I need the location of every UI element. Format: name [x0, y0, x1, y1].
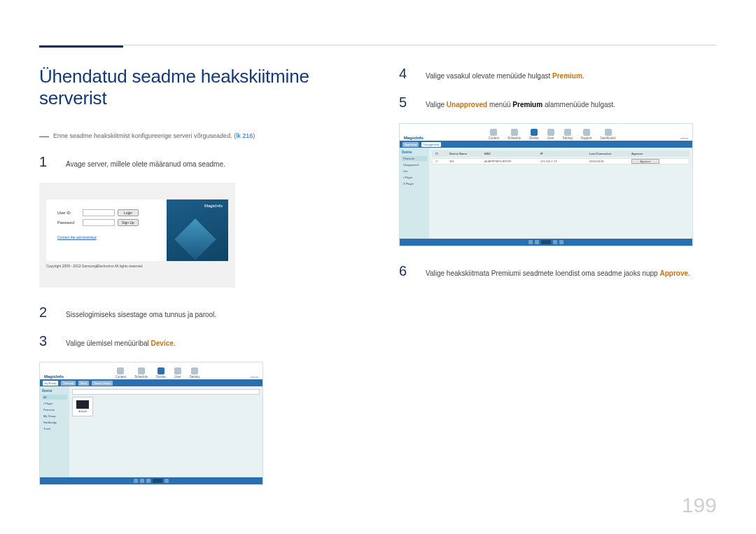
- screenshot-device-grid: MagicInfo Content Schedule Device User S…: [39, 362, 263, 485]
- sidebar-item[interactable]: S Player: [402, 181, 427, 186]
- tab-device[interactable]: Device: [156, 367, 166, 379]
- page-link[interactable]: lk 216: [236, 132, 253, 139]
- step-number: 5: [399, 94, 413, 111]
- sidebar-item[interactable]: All: [42, 395, 67, 400]
- step-3: 3 Valige ülemisel menüüribal Device.: [39, 333, 357, 349]
- step-text: Valige ülemisel menüüribal Device.: [66, 334, 176, 349]
- subtab-setup[interactable]: Device Setup: [92, 381, 113, 386]
- step-text: Valige Unapproved menüü Premium alammenü…: [426, 95, 615, 110]
- tab-user[interactable]: User: [547, 129, 554, 140]
- subtab-group[interactable]: by Group: [43, 381, 58, 386]
- content-area: default: [69, 386, 262, 477]
- contact-admin-link[interactable]: Contact the administrator: [57, 235, 97, 239]
- tab-support[interactable]: Support: [581, 129, 592, 140]
- step-1: 1 Avage server, millele olete määranud o…: [39, 154, 357, 170]
- sub-toolbar: by Group Thermal Error Device Setup: [40, 379, 262, 386]
- password-input[interactable]: [83, 219, 115, 226]
- current-user: admin: [251, 375, 258, 379]
- step-text: Valige vasakul olevate menüüde hulgast P…: [426, 66, 584, 81]
- pager: [400, 239, 692, 246]
- sidebar: Device Premium Unapproved Lite i Player …: [400, 148, 429, 239]
- step-number: 2: [39, 304, 53, 321]
- sidebar-item[interactable]: i Player: [402, 175, 427, 180]
- sidebar-heading: Device: [42, 389, 67, 393]
- left-column: Ühendatud seadme heakskiitmine serverist…: [39, 66, 357, 502]
- subtab-unapproved[interactable]: Unapproved: [421, 142, 441, 147]
- step-number: 3: [39, 333, 53, 349]
- table-header-row: ☐ Device Name MAC IP Last Connection App…: [432, 150, 690, 157]
- step-6: 6 Valige heakskiitmata Premiumi seadmete…: [399, 263, 717, 279]
- device-tile[interactable]: default: [72, 397, 93, 416]
- content-toolbar: [72, 389, 260, 395]
- tab-user[interactable]: User: [174, 367, 181, 379]
- cell-mac: ALMPFP3IPVJROVO: [484, 160, 533, 163]
- page-number: 199: [682, 493, 717, 517]
- checkbox[interactable]: ☐: [435, 160, 442, 163]
- sidebar-item-premium[interactable]: Premium: [402, 156, 427, 161]
- sub-toolbar: Approved Unapproved: [400, 141, 692, 148]
- pager: [40, 477, 262, 484]
- sidebar: Device All i Player Premium My Group Not…: [40, 386, 69, 477]
- page-title: Ühendatud seadme heakskiitmine serverist: [39, 66, 357, 109]
- step-number: 6: [399, 263, 413, 279]
- step-number: 1: [39, 154, 53, 170]
- pager-btn[interactable]: [535, 240, 539, 244]
- cell-ip: 221.156.1.74: [540, 160, 582, 163]
- tab-content[interactable]: Content: [115, 367, 126, 379]
- sidebar-heading: Device: [402, 150, 427, 154]
- step-2: 2 Sisselogimiseks sisestage oma tunnus j…: [39, 304, 357, 321]
- sidebar-item[interactable]: Premium: [42, 407, 67, 412]
- approve-button[interactable]: Approve: [631, 159, 659, 164]
- userid-label: User ID: [57, 211, 80, 215]
- app-brand: MagicInfo: [44, 374, 64, 379]
- current-user: admin: [680, 136, 688, 140]
- pager-btn[interactable]: [153, 479, 162, 483]
- sidebar-item[interactable]: My Group: [42, 414, 67, 419]
- login-button[interactable]: Login: [118, 209, 139, 216]
- sidebar-item[interactable]: Trash: [42, 426, 67, 431]
- config-note: —Enne seadme heakskiitmist konfigureerig…: [39, 130, 357, 141]
- tab-content[interactable]: Content: [489, 129, 500, 140]
- tab-device[interactable]: Device: [529, 129, 539, 140]
- tab-dashboard[interactable]: Dashboard: [601, 129, 616, 140]
- pager-btn[interactable]: [559, 240, 564, 244]
- dash-icon: —: [39, 130, 49, 141]
- signup-button[interactable]: Sign Up: [118, 219, 139, 226]
- tab-setting[interactable]: Setting: [190, 367, 200, 379]
- brand-logo: MagicInfo: [204, 204, 223, 208]
- step-text: Avage server, millele olete määranud oma…: [66, 155, 225, 169]
- content-area: ☐ Device Name MAC IP Last Connection App…: [429, 148, 692, 239]
- tab-setting[interactable]: Setting: [563, 129, 573, 140]
- pager-btn[interactable]: [146, 479, 150, 483]
- tab-schedule[interactable]: Schedule: [134, 367, 148, 379]
- copyright-text: Copyright 2009 - 2012 SamsungElectronics…: [46, 264, 228, 268]
- subtab[interactable]: Approved: [402, 142, 419, 147]
- pager-btn[interactable]: [134, 479, 138, 483]
- pager-btn[interactable]: [140, 479, 144, 483]
- tab-schedule[interactable]: Schedule: [507, 129, 521, 140]
- step-5: 5 Valige Unapproved menüü Premium alamme…: [399, 94, 717, 111]
- password-label: Password: [57, 220, 80, 225]
- cell-ts: 2013-03-10: [589, 160, 624, 163]
- sidebar-item[interactable]: Unapproved: [402, 162, 427, 167]
- step-text: Valige heakskiitmata Premiumi seadmete l…: [426, 264, 690, 279]
- pager-btn[interactable]: [553, 240, 557, 244]
- screenshot-unapproved-list: MagicInfo Content Schedule Device User S…: [399, 123, 693, 246]
- table-row[interactable]: ☐ 101 ALMPFP3IPVJROVO 221.156.1.74 2013-…: [432, 158, 690, 164]
- step-4: 4 Valige vasakul olevate menüüde hulgast…: [399, 66, 717, 82]
- subtab-error[interactable]: Error: [78, 381, 89, 386]
- diamond-graphic: [174, 218, 216, 260]
- right-column: 4 Valige vasakul olevate menüüde hulgast…: [399, 66, 717, 502]
- pager-btn[interactable]: [528, 240, 533, 244]
- userid-input[interactable]: [83, 209, 115, 216]
- pager-btn[interactable]: [164, 479, 169, 483]
- sidebar-item[interactable]: i Player: [42, 401, 67, 406]
- pager-btn[interactable]: [541, 240, 551, 244]
- cell-name: 101: [449, 160, 477, 163]
- sidebar-item[interactable]: Not Assign: [42, 420, 67, 425]
- sidebar-item[interactable]: Lite: [402, 169, 427, 174]
- step-number: 4: [399, 66, 413, 82]
- top-rule: [39, 45, 717, 45]
- screenshot-login: User ID Login Password Sign Up Contact t…: [39, 183, 235, 288]
- subtab-thermal[interactable]: Thermal: [61, 381, 76, 386]
